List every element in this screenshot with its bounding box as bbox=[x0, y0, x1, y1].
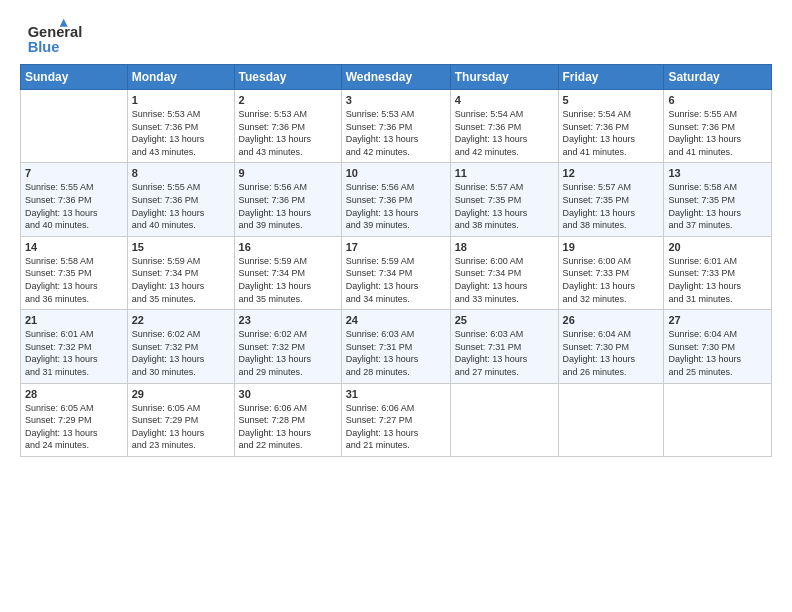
calendar-cell: 31Sunrise: 6:06 AMSunset: 7:27 PMDayligh… bbox=[341, 383, 450, 456]
calendar-cell: 30Sunrise: 6:06 AMSunset: 7:28 PMDayligh… bbox=[234, 383, 341, 456]
day-number: 14 bbox=[25, 241, 123, 253]
day-number: 18 bbox=[455, 241, 554, 253]
day-info: Sunrise: 6:00 AMSunset: 7:33 PMDaylight:… bbox=[563, 255, 660, 305]
calendar-week-1: 1Sunrise: 5:53 AMSunset: 7:36 PMDaylight… bbox=[21, 90, 772, 163]
day-number: 8 bbox=[132, 167, 230, 179]
calendar-cell: 28Sunrise: 6:05 AMSunset: 7:29 PMDayligh… bbox=[21, 383, 128, 456]
day-number: 25 bbox=[455, 314, 554, 326]
calendar-cell: 15Sunrise: 5:59 AMSunset: 7:34 PMDayligh… bbox=[127, 236, 234, 309]
day-header-sunday: Sunday bbox=[21, 65, 128, 90]
day-number: 2 bbox=[239, 94, 337, 106]
day-number: 16 bbox=[239, 241, 337, 253]
calendar-cell: 17Sunrise: 5:59 AMSunset: 7:34 PMDayligh… bbox=[341, 236, 450, 309]
day-info: Sunrise: 6:01 AMSunset: 7:33 PMDaylight:… bbox=[668, 255, 767, 305]
day-number: 28 bbox=[25, 388, 123, 400]
day-header-saturday: Saturday bbox=[664, 65, 772, 90]
day-info: Sunrise: 5:57 AMSunset: 7:35 PMDaylight:… bbox=[455, 181, 554, 231]
calendar-cell bbox=[21, 90, 128, 163]
calendar-cell: 4Sunrise: 5:54 AMSunset: 7:36 PMDaylight… bbox=[450, 90, 558, 163]
calendar-cell: 7Sunrise: 5:55 AMSunset: 7:36 PMDaylight… bbox=[21, 163, 128, 236]
calendar-cell: 27Sunrise: 6:04 AMSunset: 7:30 PMDayligh… bbox=[664, 310, 772, 383]
day-number: 19 bbox=[563, 241, 660, 253]
calendar-cell: 29Sunrise: 6:05 AMSunset: 7:29 PMDayligh… bbox=[127, 383, 234, 456]
svg-marker-2 bbox=[60, 19, 68, 27]
day-info: Sunrise: 6:01 AMSunset: 7:32 PMDaylight:… bbox=[25, 328, 123, 378]
calendar-cell: 21Sunrise: 6:01 AMSunset: 7:32 PMDayligh… bbox=[21, 310, 128, 383]
day-number: 20 bbox=[668, 241, 767, 253]
day-info: Sunrise: 6:05 AMSunset: 7:29 PMDaylight:… bbox=[132, 402, 230, 452]
day-number: 22 bbox=[132, 314, 230, 326]
day-number: 6 bbox=[668, 94, 767, 106]
svg-text:General: General bbox=[28, 24, 83, 40]
calendar-cell: 16Sunrise: 5:59 AMSunset: 7:34 PMDayligh… bbox=[234, 236, 341, 309]
calendar-cell: 11Sunrise: 5:57 AMSunset: 7:35 PMDayligh… bbox=[450, 163, 558, 236]
day-number: 21 bbox=[25, 314, 123, 326]
day-info: Sunrise: 5:58 AMSunset: 7:35 PMDaylight:… bbox=[25, 255, 123, 305]
day-header-monday: Monday bbox=[127, 65, 234, 90]
calendar-cell bbox=[450, 383, 558, 456]
day-number: 5 bbox=[563, 94, 660, 106]
day-header-wednesday: Wednesday bbox=[341, 65, 450, 90]
day-info: Sunrise: 5:53 AMSunset: 7:36 PMDaylight:… bbox=[346, 108, 446, 158]
day-number: 15 bbox=[132, 241, 230, 253]
day-info: Sunrise: 5:59 AMSunset: 7:34 PMDaylight:… bbox=[132, 255, 230, 305]
calendar-cell: 22Sunrise: 6:02 AMSunset: 7:32 PMDayligh… bbox=[127, 310, 234, 383]
day-header-tuesday: Tuesday bbox=[234, 65, 341, 90]
day-number: 12 bbox=[563, 167, 660, 179]
day-number: 26 bbox=[563, 314, 660, 326]
calendar-cell: 26Sunrise: 6:04 AMSunset: 7:30 PMDayligh… bbox=[558, 310, 664, 383]
day-info: Sunrise: 5:55 AMSunset: 7:36 PMDaylight:… bbox=[25, 181, 123, 231]
calendar-cell: 10Sunrise: 5:56 AMSunset: 7:36 PMDayligh… bbox=[341, 163, 450, 236]
calendar-header-row: SundayMondayTuesdayWednesdayThursdayFrid… bbox=[21, 65, 772, 90]
day-info: Sunrise: 6:02 AMSunset: 7:32 PMDaylight:… bbox=[132, 328, 230, 378]
day-info: Sunrise: 6:00 AMSunset: 7:34 PMDaylight:… bbox=[455, 255, 554, 305]
day-header-friday: Friday bbox=[558, 65, 664, 90]
day-info: Sunrise: 6:04 AMSunset: 7:30 PMDaylight:… bbox=[563, 328, 660, 378]
day-number: 17 bbox=[346, 241, 446, 253]
calendar-cell: 12Sunrise: 5:57 AMSunset: 7:35 PMDayligh… bbox=[558, 163, 664, 236]
logo-icon: General Blue bbox=[20, 16, 110, 56]
calendar-cell: 24Sunrise: 6:03 AMSunset: 7:31 PMDayligh… bbox=[341, 310, 450, 383]
day-number: 9 bbox=[239, 167, 337, 179]
day-info: Sunrise: 5:57 AMSunset: 7:35 PMDaylight:… bbox=[563, 181, 660, 231]
day-info: Sunrise: 5:55 AMSunset: 7:36 PMDaylight:… bbox=[668, 108, 767, 158]
day-info: Sunrise: 5:56 AMSunset: 7:36 PMDaylight:… bbox=[346, 181, 446, 231]
calendar-cell: 2Sunrise: 5:53 AMSunset: 7:36 PMDaylight… bbox=[234, 90, 341, 163]
day-number: 11 bbox=[455, 167, 554, 179]
calendar-cell: 9Sunrise: 5:56 AMSunset: 7:36 PMDaylight… bbox=[234, 163, 341, 236]
calendar-table: SundayMondayTuesdayWednesdayThursdayFrid… bbox=[20, 64, 772, 457]
svg-text:Blue: Blue bbox=[28, 39, 60, 55]
day-info: Sunrise: 6:06 AMSunset: 7:28 PMDaylight:… bbox=[239, 402, 337, 452]
day-info: Sunrise: 5:53 AMSunset: 7:36 PMDaylight:… bbox=[132, 108, 230, 158]
calendar-cell bbox=[664, 383, 772, 456]
calendar-week-3: 14Sunrise: 5:58 AMSunset: 7:35 PMDayligh… bbox=[21, 236, 772, 309]
day-number: 23 bbox=[239, 314, 337, 326]
day-number: 13 bbox=[668, 167, 767, 179]
calendar-cell: 14Sunrise: 5:58 AMSunset: 7:35 PMDayligh… bbox=[21, 236, 128, 309]
day-number: 24 bbox=[346, 314, 446, 326]
calendar-cell: 13Sunrise: 5:58 AMSunset: 7:35 PMDayligh… bbox=[664, 163, 772, 236]
day-info: Sunrise: 6:06 AMSunset: 7:27 PMDaylight:… bbox=[346, 402, 446, 452]
day-info: Sunrise: 6:02 AMSunset: 7:32 PMDaylight:… bbox=[239, 328, 337, 378]
day-number: 29 bbox=[132, 388, 230, 400]
day-number: 3 bbox=[346, 94, 446, 106]
day-number: 4 bbox=[455, 94, 554, 106]
page-header: General Blue bbox=[20, 16, 772, 56]
calendar-cell: 1Sunrise: 5:53 AMSunset: 7:36 PMDaylight… bbox=[127, 90, 234, 163]
day-info: Sunrise: 5:59 AMSunset: 7:34 PMDaylight:… bbox=[239, 255, 337, 305]
day-info: Sunrise: 5:58 AMSunset: 7:35 PMDaylight:… bbox=[668, 181, 767, 231]
day-info: Sunrise: 6:03 AMSunset: 7:31 PMDaylight:… bbox=[346, 328, 446, 378]
day-info: Sunrise: 5:54 AMSunset: 7:36 PMDaylight:… bbox=[455, 108, 554, 158]
day-info: Sunrise: 6:05 AMSunset: 7:29 PMDaylight:… bbox=[25, 402, 123, 452]
day-number: 30 bbox=[239, 388, 337, 400]
calendar-cell: 18Sunrise: 6:00 AMSunset: 7:34 PMDayligh… bbox=[450, 236, 558, 309]
calendar-cell: 25Sunrise: 6:03 AMSunset: 7:31 PMDayligh… bbox=[450, 310, 558, 383]
day-info: Sunrise: 5:55 AMSunset: 7:36 PMDaylight:… bbox=[132, 181, 230, 231]
calendar-cell: 8Sunrise: 5:55 AMSunset: 7:36 PMDaylight… bbox=[127, 163, 234, 236]
calendar-cell: 20Sunrise: 6:01 AMSunset: 7:33 PMDayligh… bbox=[664, 236, 772, 309]
calendar-cell bbox=[558, 383, 664, 456]
calendar-week-2: 7Sunrise: 5:55 AMSunset: 7:36 PMDaylight… bbox=[21, 163, 772, 236]
day-number: 1 bbox=[132, 94, 230, 106]
day-info: Sunrise: 5:54 AMSunset: 7:36 PMDaylight:… bbox=[563, 108, 660, 158]
day-info: Sunrise: 6:04 AMSunset: 7:30 PMDaylight:… bbox=[668, 328, 767, 378]
